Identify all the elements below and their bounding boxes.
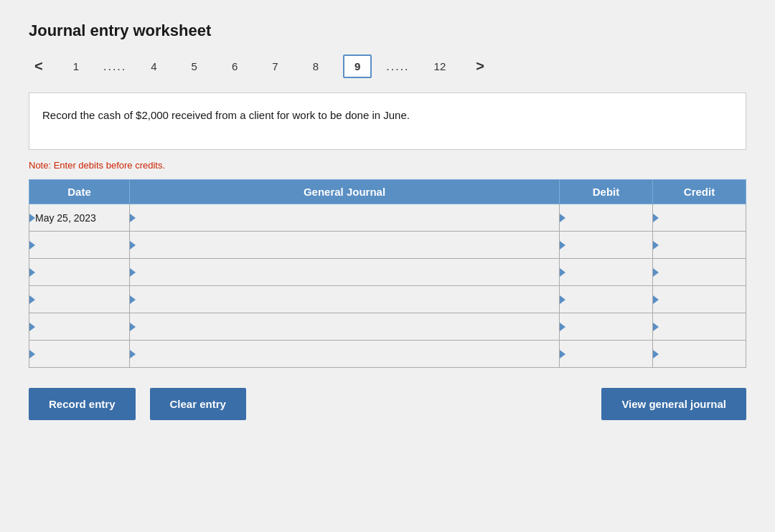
date-cell-4[interactable] (29, 286, 130, 313)
journal-arrow-5 (130, 323, 136, 331)
page-title: Journal entry worksheet (29, 22, 746, 40)
credit-arrow-1 (653, 214, 659, 222)
debit-cell-3[interactable] (560, 259, 653, 286)
journal-cell-4[interactable] (130, 286, 560, 313)
debit-cell-1[interactable] (560, 204, 653, 232)
col-header-credit: Credit (653, 180, 746, 204)
arrow-icon-3 (29, 268, 35, 277)
credit-cell-2[interactable] (653, 232, 746, 259)
table-row (29, 286, 746, 313)
page-5[interactable]: 5 (182, 56, 207, 77)
credit-arrow-5 (653, 323, 659, 331)
debit-arrow-1 (560, 214, 565, 222)
date-cell-2[interactable] (29, 232, 130, 259)
arrow-icon-4 (29, 295, 35, 304)
record-entry-button[interactable]: Record entry (29, 388, 136, 420)
credit-arrow-4 (653, 295, 659, 304)
col-header-date: Date (29, 180, 130, 204)
page-6[interactable]: 6 (222, 56, 248, 77)
dots-left: ..... (103, 60, 126, 73)
instruction-box: Record the cash of $2,000 received from … (29, 92, 746, 150)
debit-cell-2[interactable] (560, 232, 653, 259)
main-container: Journal entry worksheet < 1 ..... 4 5 6 … (0, 0, 775, 532)
journal-cell-1[interactable] (130, 204, 560, 232)
table-row (29, 313, 746, 341)
journal-arrow-4 (130, 295, 136, 304)
pagination: < 1 ..... 4 5 6 7 8 9 ..... 12 > (29, 54, 746, 78)
arrow-icon-5 (29, 323, 35, 331)
arrow-icon-2 (29, 241, 35, 250)
journal-table: Date General Journal Debit Credit May 25… (29, 179, 746, 368)
instruction-text: Record the cash of $2,000 received from … (42, 109, 410, 121)
page-8[interactable]: 8 (303, 56, 329, 77)
page-7[interactable]: 7 (262, 56, 288, 77)
table-row (29, 259, 746, 286)
journal-arrow-2 (130, 241, 136, 250)
journal-arrow-3 (130, 268, 136, 277)
prev-arrow[interactable]: < (29, 55, 49, 77)
arrow-icon-1 (29, 214, 35, 222)
journal-arrow-6 (130, 350, 136, 358)
credit-arrow-2 (653, 241, 659, 250)
table-row (29, 341, 746, 368)
date-cell-5[interactable] (29, 313, 130, 341)
journal-cell-5[interactable] (130, 313, 560, 341)
debit-arrow-6 (560, 350, 565, 358)
view-general-journal-button[interactable]: View general journal (601, 388, 746, 420)
credit-cell-5[interactable] (653, 313, 746, 341)
credit-cell-4[interactable] (653, 286, 746, 313)
debit-cell-4[interactable] (560, 286, 653, 313)
debit-arrow-4 (560, 295, 565, 304)
journal-cell-3[interactable] (130, 259, 560, 286)
clear-entry-button[interactable]: Clear entry (150, 388, 246, 420)
note-text: Note: Enter debits before credits. (29, 160, 746, 171)
col-header-journal: General Journal (130, 180, 560, 204)
table-row (29, 232, 746, 259)
col-header-debit: Debit (560, 180, 653, 204)
page-9-active[interactable]: 9 (343, 54, 372, 78)
debit-arrow-3 (560, 268, 565, 277)
date-cell-1[interactable]: May 25, 2023 (29, 204, 130, 232)
journal-cell-2[interactable] (130, 232, 560, 259)
next-arrow[interactable]: > (470, 55, 490, 77)
page-1[interactable]: 1 (63, 56, 89, 77)
date-cell-3[interactable] (29, 259, 130, 286)
buttons-row: Record entry Clear entry View general jo… (29, 388, 746, 420)
table-row: May 25, 2023 (29, 204, 746, 232)
debit-cell-5[interactable] (560, 313, 653, 341)
credit-arrow-6 (653, 350, 659, 358)
journal-arrow-1 (130, 214, 136, 222)
credit-cell-1[interactable] (653, 204, 746, 232)
dots-right: ..... (386, 60, 409, 73)
arrow-icon-6 (29, 350, 35, 358)
date-value-1: May 25, 2023 (35, 212, 96, 224)
page-4[interactable]: 4 (141, 56, 166, 77)
date-cell-6[interactable] (29, 341, 130, 368)
journal-cell-6[interactable] (130, 341, 560, 368)
debit-arrow-2 (560, 241, 565, 250)
page-12[interactable]: 12 (424, 56, 456, 77)
debit-cell-6[interactable] (560, 341, 653, 368)
credit-cell-6[interactable] (653, 341, 746, 368)
credit-arrow-3 (653, 268, 659, 277)
debit-arrow-5 (560, 323, 565, 331)
credit-cell-3[interactable] (653, 259, 746, 286)
